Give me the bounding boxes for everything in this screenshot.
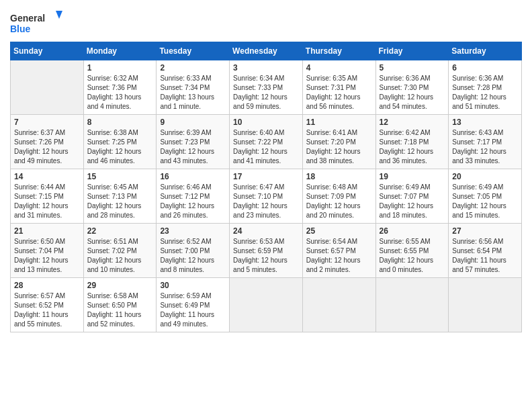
- day-number: 12: [380, 118, 445, 127]
- day-detail: Sunrise: 6:41 AMSunset: 7:20 PMDaylight:…: [306, 128, 372, 166]
- day-detail: Sunrise: 6:57 AMSunset: 6:52 PMDaylight:…: [14, 291, 80, 329]
- calendar-cell: 2Sunrise: 6:33 AMSunset: 7:34 PMDaylight…: [157, 60, 230, 115]
- calendar-cell: 27Sunrise: 6:56 AMSunset: 6:54 PMDayligh…: [449, 224, 522, 278]
- day-number: 10: [233, 118, 299, 127]
- day-number: 9: [160, 118, 226, 127]
- day-detail: Sunrise: 6:50 AMSunset: 7:04 PMDaylight:…: [14, 237, 80, 275]
- day-number: 24: [233, 226, 299, 236]
- calendar-cell: 9Sunrise: 6:39 AMSunset: 7:23 PMDaylight…: [157, 115, 230, 169]
- day-detail: Sunrise: 6:54 AMSunset: 6:57 PMDaylight:…: [306, 237, 372, 275]
- calendar-cell: 11Sunrise: 6:41 AMSunset: 7:20 PMDayligh…: [302, 115, 375, 169]
- calendar-cell: 12Sunrise: 6:42 AMSunset: 7:18 PMDayligh…: [375, 115, 449, 169]
- day-number: 8: [87, 118, 153, 127]
- calendar-cell: 5Sunrise: 6:36 AMSunset: 7:30 PMDaylight…: [375, 60, 449, 115]
- calendar-cell: 8Sunrise: 6:38 AMSunset: 7:25 PMDaylight…: [83, 115, 157, 169]
- day-detail: Sunrise: 6:34 AMSunset: 7:33 PMDaylight:…: [233, 74, 299, 111]
- day-number: 20: [452, 172, 518, 181]
- calendar-cell: 28Sunrise: 6:57 AMSunset: 6:52 PMDayligh…: [11, 278, 84, 332]
- day-number: 11: [306, 118, 372, 127]
- day-number: 19: [380, 172, 445, 181]
- calendar-cell: 21Sunrise: 6:50 AMSunset: 7:04 PMDayligh…: [11, 224, 84, 278]
- day-number: 29: [87, 281, 153, 290]
- day-detail: Sunrise: 6:49 AMSunset: 7:05 PMDaylight:…: [452, 183, 518, 220]
- calendar-cell: 14Sunrise: 6:44 AMSunset: 7:15 PMDayligh…: [11, 169, 84, 224]
- calendar-cell: 18Sunrise: 6:48 AMSunset: 7:09 PMDayligh…: [302, 169, 375, 224]
- day-detail: Sunrise: 6:51 AMSunset: 7:02 PMDaylight:…: [87, 237, 153, 275]
- calendar-cell: 15Sunrise: 6:45 AMSunset: 7:13 PMDayligh…: [83, 169, 157, 224]
- day-detail: Sunrise: 6:59 AMSunset: 6:49 PMDaylight:…: [160, 291, 226, 329]
- day-detail: Sunrise: 6:38 AMSunset: 7:25 PMDaylight:…: [87, 128, 153, 166]
- calendar-cell: 23Sunrise: 6:52 AMSunset: 7:00 PMDayligh…: [157, 224, 230, 278]
- day-number: 28: [14, 281, 80, 290]
- day-number: 26: [380, 226, 445, 236]
- weekday-header-row: SundayMondayTuesdayWednesdayThursdayFrid…: [11, 42, 522, 60]
- weekday-header-sunday: Sunday: [11, 42, 84, 60]
- calendar-cell: 16Sunrise: 6:46 AMSunset: 7:12 PMDayligh…: [157, 169, 230, 224]
- day-detail: Sunrise: 6:36 AMSunset: 7:30 PMDaylight:…: [380, 74, 445, 111]
- day-detail: Sunrise: 6:36 AMSunset: 7:28 PMDaylight:…: [452, 74, 518, 111]
- day-number: 3: [233, 63, 299, 73]
- weekday-header-thursday: Thursday: [302, 42, 375, 60]
- day-detail: Sunrise: 6:55 AMSunset: 6:55 PMDaylight:…: [380, 237, 445, 275]
- day-number: 6: [452, 63, 518, 73]
- calendar-week-4: 21Sunrise: 6:50 AMSunset: 7:04 PMDayligh…: [11, 224, 522, 278]
- day-number: 17: [233, 172, 299, 181]
- calendar-cell: 19Sunrise: 6:49 AMSunset: 7:07 PMDayligh…: [375, 169, 449, 224]
- calendar-cell: 13Sunrise: 6:43 AMSunset: 7:17 PMDayligh…: [449, 115, 522, 169]
- day-detail: Sunrise: 6:44 AMSunset: 7:15 PMDaylight:…: [14, 183, 80, 220]
- calendar-cell: [11, 60, 84, 115]
- calendar-cell: [375, 278, 449, 332]
- day-number: 27: [452, 226, 518, 236]
- day-detail: Sunrise: 6:46 AMSunset: 7:12 PMDaylight:…: [160, 183, 226, 220]
- calendar-cell: [230, 278, 303, 332]
- day-detail: Sunrise: 6:35 AMSunset: 7:31 PMDaylight:…: [306, 74, 372, 111]
- svg-marker-2: [56, 11, 62, 19]
- logo-icon: General Blue: [10, 9, 64, 36]
- logo: General Blue: [10, 9, 64, 36]
- day-number: 5: [380, 63, 445, 73]
- calendar-cell: 20Sunrise: 6:49 AMSunset: 7:05 PMDayligh…: [449, 169, 522, 224]
- day-number: 7: [14, 118, 80, 127]
- calendar-week-1: 1Sunrise: 6:32 AMSunset: 7:36 PMDaylight…: [11, 60, 522, 115]
- calendar-cell: 7Sunrise: 6:37 AMSunset: 7:26 PMDaylight…: [11, 115, 84, 169]
- day-number: 16: [160, 172, 226, 181]
- day-number: 4: [306, 63, 372, 73]
- calendar-body: 1Sunrise: 6:32 AMSunset: 7:36 PMDaylight…: [11, 60, 522, 332]
- day-detail: Sunrise: 6:49 AMSunset: 7:07 PMDaylight:…: [380, 183, 445, 220]
- day-number: 21: [14, 226, 80, 236]
- day-detail: Sunrise: 6:42 AMSunset: 7:18 PMDaylight:…: [380, 128, 445, 166]
- calendar-week-5: 28Sunrise: 6:57 AMSunset: 6:52 PMDayligh…: [11, 278, 522, 332]
- calendar-week-3: 14Sunrise: 6:44 AMSunset: 7:15 PMDayligh…: [11, 169, 522, 224]
- calendar-cell: 3Sunrise: 6:34 AMSunset: 7:33 PMDaylight…: [230, 60, 303, 115]
- day-detail: Sunrise: 6:52 AMSunset: 7:00 PMDaylight:…: [160, 237, 226, 275]
- day-detail: Sunrise: 6:47 AMSunset: 7:10 PMDaylight:…: [233, 183, 299, 220]
- weekday-header-wednesday: Wednesday: [230, 42, 303, 60]
- day-number: 22: [87, 226, 153, 236]
- calendar-cell: 30Sunrise: 6:59 AMSunset: 6:49 PMDayligh…: [157, 278, 230, 332]
- calendar-cell: 1Sunrise: 6:32 AMSunset: 7:36 PMDaylight…: [83, 60, 157, 115]
- day-detail: Sunrise: 6:56 AMSunset: 6:54 PMDaylight:…: [452, 237, 518, 275]
- day-number: 1: [87, 63, 153, 73]
- calendar-cell: 29Sunrise: 6:58 AMSunset: 6:50 PMDayligh…: [83, 278, 157, 332]
- weekday-header-monday: Monday: [83, 42, 157, 60]
- calendar-table: SundayMondayTuesdayWednesdayThursdayFrid…: [10, 42, 522, 332]
- calendar-week-2: 7Sunrise: 6:37 AMSunset: 7:26 PMDaylight…: [11, 115, 522, 169]
- calendar-cell: 26Sunrise: 6:55 AMSunset: 6:55 PMDayligh…: [375, 224, 449, 278]
- day-detail: Sunrise: 6:37 AMSunset: 7:26 PMDaylight:…: [14, 128, 80, 166]
- calendar-cell: 25Sunrise: 6:54 AMSunset: 6:57 PMDayligh…: [302, 224, 375, 278]
- header: General Blue: [10, 7, 522, 36]
- day-detail: Sunrise: 6:33 AMSunset: 7:34 PMDaylight:…: [160, 74, 226, 111]
- svg-text:Blue: Blue: [10, 24, 31, 34]
- day-detail: Sunrise: 6:45 AMSunset: 7:13 PMDaylight:…: [87, 183, 153, 220]
- day-detail: Sunrise: 6:39 AMSunset: 7:23 PMDaylight:…: [160, 128, 226, 166]
- calendar-cell: [449, 278, 522, 332]
- day-number: 23: [160, 226, 226, 236]
- calendar-cell: 24Sunrise: 6:53 AMSunset: 6:59 PMDayligh…: [230, 224, 303, 278]
- weekday-header-tuesday: Tuesday: [157, 42, 230, 60]
- day-number: 15: [87, 172, 153, 181]
- calendar-cell: 17Sunrise: 6:47 AMSunset: 7:10 PMDayligh…: [230, 169, 303, 224]
- day-detail: Sunrise: 6:53 AMSunset: 6:59 PMDaylight:…: [233, 237, 299, 275]
- day-detail: Sunrise: 6:40 AMSunset: 7:22 PMDaylight:…: [233, 128, 299, 166]
- calendar-cell: 6Sunrise: 6:36 AMSunset: 7:28 PMDaylight…: [449, 60, 522, 115]
- day-detail: Sunrise: 6:58 AMSunset: 6:50 PMDaylight:…: [87, 291, 153, 329]
